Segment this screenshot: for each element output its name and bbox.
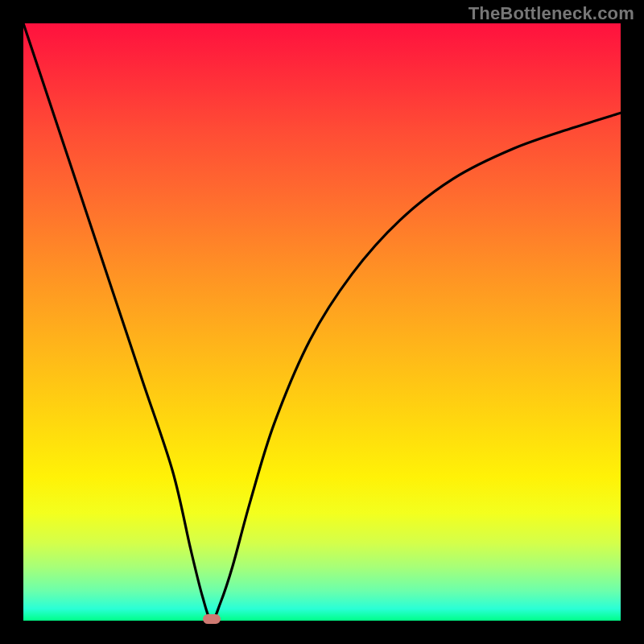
chart-frame: TheBottleneck.com (0, 0, 644, 644)
optimum-marker (203, 614, 221, 624)
watermark-text: TheBottleneck.com (469, 3, 634, 24)
plot-area (23, 23, 621, 621)
curve-line (23, 23, 621, 621)
curve-svg (23, 23, 621, 621)
